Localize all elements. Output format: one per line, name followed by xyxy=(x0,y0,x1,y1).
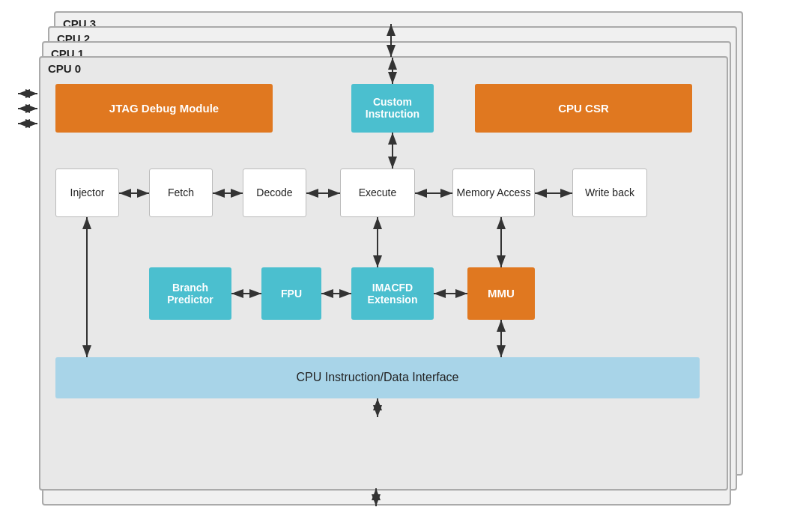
custom-instruction-box: Custom Instruction xyxy=(351,84,434,133)
external-arrows-svg xyxy=(16,82,39,135)
cpu0-card: CPU 0 JTAG Debug Module Custom Instructi… xyxy=(39,56,728,491)
decode-box: Decode xyxy=(243,169,306,217)
fpu-box: FPU xyxy=(261,267,321,320)
fetch-box: Fetch xyxy=(149,169,213,217)
mmu-box: MMU xyxy=(467,267,535,320)
imacfd-box: IMACFD Extension xyxy=(351,267,434,320)
branch-predictor-box: Branch Predictor xyxy=(149,267,231,320)
execute-box: Execute xyxy=(340,169,415,217)
cpu-interface-box: CPU Instruction/Data Interface xyxy=(55,357,700,398)
write-back-box: Write back xyxy=(572,169,647,217)
diagram-container: CPU 3 CPU 2 CPU 1 CPU 0 JTAG Debug Modul… xyxy=(39,11,773,506)
cpu0-label: CPU 0 xyxy=(48,62,81,75)
injector-box: Injector xyxy=(55,169,119,217)
memory-access-box: Memory Access xyxy=(452,169,535,217)
cpu-csr-box: CPU CSR xyxy=(475,84,692,133)
jtag-box: JTAG Debug Module xyxy=(55,84,273,133)
